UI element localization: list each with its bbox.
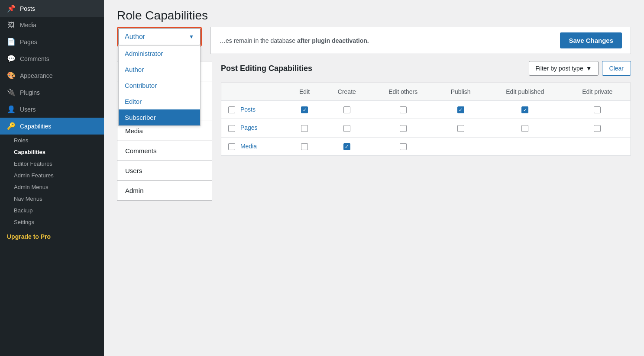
sidebar-item-users[interactable]: 👤 Users <box>0 101 104 118</box>
checkbox-posts-edit-private[interactable] <box>594 106 601 113</box>
checkbox-posts-edit-published[interactable] <box>521 106 528 113</box>
col-header-edit-published: Edit published <box>486 83 564 101</box>
filter-by-post-type-button[interactable]: Filter by post type ▼ <box>529 61 598 76</box>
right-panel: Post Editing Capabilities Filter by post… <box>221 61 631 347</box>
checkbox-pages-edit-others[interactable] <box>400 125 407 132</box>
sidebar-item-label: Media <box>20 22 36 29</box>
cell-media-edit <box>286 137 323 155</box>
row-select-checkbox-posts[interactable] <box>228 106 235 113</box>
sidebar-item-label: Posts <box>20 5 35 12</box>
col-header-create: Create <box>323 83 371 101</box>
clear-filter-button[interactable]: Clear <box>602 61 631 76</box>
notice-text: …es remain in the database after plugin … <box>220 37 369 44</box>
sidebar-subitem-roles[interactable]: Roles <box>14 135 104 146</box>
row-label-cell: Media <box>221 137 286 155</box>
sidebar-subitem-capabilities[interactable]: Capabilities <box>14 146 104 158</box>
posts-icon: 📌 <box>7 4 16 13</box>
row-label-cell: Posts <box>221 101 286 119</box>
tab-users[interactable]: Users <box>117 160 212 180</box>
cell-media-edit-published <box>486 137 564 155</box>
col-header-edit: Edit <box>286 83 323 101</box>
appearance-icon: 🎨 <box>7 71 16 80</box>
table-row: Pages <box>221 119 631 137</box>
dropdown-item-editor[interactable]: Editor <box>119 93 200 109</box>
dropdown-item-subscriber[interactable]: Subscriber <box>119 109 200 125</box>
cell-media-create <box>323 137 371 155</box>
capabilities-table: Edit Create Edit others Publish Edit pub… <box>221 83 631 156</box>
checkbox-pages-publish[interactable] <box>457 125 464 132</box>
dropdown-item-administrator[interactable]: Administrator <box>119 45 200 61</box>
capabilities-title: Post Editing Capabilities <box>221 64 312 73</box>
checkbox-posts-edit[interactable] <box>301 106 308 113</box>
capabilities-header: Post Editing Capabilities Filter by post… <box>221 61 631 76</box>
checkbox-pages-edit-private[interactable] <box>594 125 601 132</box>
comments-icon: 💬 <box>7 55 16 63</box>
sidebar-item-plugins[interactable]: 🔌 Plugins <box>0 84 104 101</box>
active-indicator <box>102 118 104 135</box>
checkbox-pages-edit-published[interactable] <box>521 125 528 132</box>
col-header-name <box>221 83 286 101</box>
cell-pages-edit-private <box>564 119 631 137</box>
tab-comments[interactable]: Comments <box>117 141 212 160</box>
sidebar-subitem-editor-features[interactable]: Editor Features <box>14 158 104 170</box>
dropdown-item-contributor[interactable]: Contributor <box>119 77 200 93</box>
upgrade-to-pro-button[interactable]: Upgrade to Pro <box>0 228 104 245</box>
checkbox-media-edit-others[interactable] <box>400 143 407 150</box>
sidebar-subitem-settings[interactable]: Settings <box>14 216 104 228</box>
col-header-edit-private: Edit private <box>564 83 631 101</box>
tab-admin[interactable]: Admin <box>117 180 212 201</box>
filter-area: Filter by post type ▼ Clear <box>529 61 631 76</box>
checkbox-media-edit[interactable] <box>301 143 308 150</box>
checkbox-posts-create[interactable] <box>343 106 350 113</box>
row-label-pages: Pages <box>240 124 258 131</box>
row-select-checkbox-media[interactable] <box>228 143 235 150</box>
users-icon: 👤 <box>7 105 16 113</box>
cell-pages-create <box>323 119 371 137</box>
sidebar-subitem-admin-menus[interactable]: Admin Menus <box>14 181 104 193</box>
sidebar-subitem-backup[interactable]: Backup <box>14 205 104 216</box>
sidebar-item-media[interactable]: 🖼 Media <box>0 17 104 33</box>
filter-label: Filter by post type <box>535 65 583 72</box>
checkbox-media-create[interactable] <box>343 143 350 150</box>
cell-media-edit-private <box>564 137 631 155</box>
table-row: Posts <box>221 101 631 119</box>
save-changes-button[interactable]: Save Changes <box>560 32 622 48</box>
sidebar-item-capabilities[interactable]: 🔑 Capabilities <box>0 118 104 135</box>
sidebar-subitem-nav-menus[interactable]: Nav Menus <box>14 193 104 205</box>
table-row: Media <box>221 137 631 155</box>
sidebar-item-label: Users <box>20 106 36 113</box>
sidebar-subitem-admin-features[interactable]: Admin Features <box>14 170 104 181</box>
dropdown-item-author[interactable]: Author <box>119 61 200 77</box>
sidebar-item-posts[interactable]: 📌 Posts <box>0 0 104 17</box>
checkbox-pages-create[interactable] <box>343 125 350 132</box>
col-header-publish: Publish <box>435 83 486 101</box>
sidebar-item-comments[interactable]: 💬 Comments <box>0 50 104 67</box>
sidebar-item-label: Plugins <box>20 89 40 96</box>
row-label-posts: Posts <box>240 106 256 113</box>
sidebar-item-label: Appearance <box>20 72 53 79</box>
role-dropdown-button[interactable]: Author ▼ <box>118 28 201 45</box>
row-select-checkbox-pages[interactable] <box>228 125 235 132</box>
sidebar-submenu: Roles Capabilities Editor Features Admin… <box>0 135 104 228</box>
plugins-icon: 🔌 <box>7 88 16 96</box>
main-content: Role Capabilities Author ▼ Administrator… <box>104 0 644 356</box>
role-dropdown-selected: Author <box>125 33 145 41</box>
row-label-media: Media <box>240 143 257 150</box>
checkbox-posts-edit-others[interactable] <box>400 106 407 113</box>
sidebar-item-pages[interactable]: 📄 Pages <box>0 33 104 50</box>
chevron-down-icon: ▼ <box>586 65 592 72</box>
page-title: Role Capabilities <box>117 9 631 22</box>
role-selector: Author ▼ Administrator Author Contributo… <box>117 27 202 47</box>
media-icon: 🖼 <box>7 21 16 29</box>
sidebar: 📌 Posts 🖼 Media 📄 Pages 💬 Comments 🎨 App… <box>0 0 104 356</box>
role-dropdown-list: Administrator Author Contributor Editor … <box>118 45 201 126</box>
page-header: Role Capabilities <box>104 0 644 27</box>
row-label-cell: Pages <box>221 119 286 137</box>
sidebar-item-label: Pages <box>20 38 37 45</box>
cell-posts-edit-others <box>371 101 435 119</box>
cell-media-publish <box>435 137 486 155</box>
checkbox-pages-edit[interactable] <box>301 125 308 132</box>
checkbox-posts-publish[interactable] <box>457 106 464 113</box>
chevron-down-icon: ▼ <box>189 34 194 40</box>
sidebar-item-appearance[interactable]: 🎨 Appearance <box>0 67 104 84</box>
